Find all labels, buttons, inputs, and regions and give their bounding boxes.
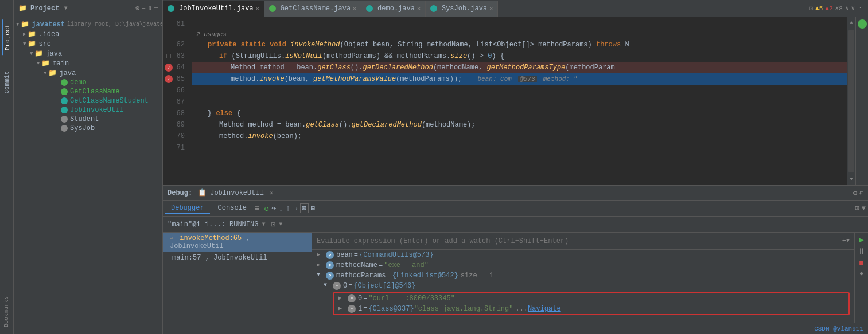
tree-item-student[interactable]: Student xyxy=(14,115,162,124)
tab-debugger[interactable]: Debugger xyxy=(165,203,210,214)
expand-icon[interactable]: ▼ xyxy=(324,282,330,288)
tree-item-java-sub[interactable]: ▼ 📁 java xyxy=(14,68,162,78)
tree-item-src[interactable]: ▼ 📁 src xyxy=(14,39,162,49)
filter-dropdown-icon[interactable]: ▼ xyxy=(279,221,282,227)
expand-icon[interactable]: ▼ xyxy=(317,272,324,278)
stop-icon[interactable]: ■ xyxy=(859,258,863,268)
tree-item-getclassnamestudent[interactable]: GetClassNameStudent xyxy=(14,96,162,105)
scroll-down[interactable]: ▼ xyxy=(847,174,855,185)
gutter-70 xyxy=(163,131,174,142)
left-panel-toggle[interactable] xyxy=(0,0,14,17)
var-methodname[interactable]: ▶ P methodName = "exe and" xyxy=(312,260,854,270)
navigate-link[interactable]: Navigate xyxy=(528,305,561,313)
var-arr0[interactable]: ▼ ≡ 0 = {Object[2]@546} xyxy=(312,281,854,291)
debug-settings-icon[interactable]: ⚙ xyxy=(853,188,858,198)
tree-item-getclassname[interactable]: GetClassName xyxy=(14,87,162,96)
root-sub: library root, D:\java\javatest xyxy=(67,21,162,27)
tab-sysjob[interactable]: SysJob.java ✕ xyxy=(426,1,498,17)
sidebar-tab-commit[interactable]: Commit xyxy=(2,66,11,99)
breakpoint-icon[interactable]: ✓ xyxy=(165,75,173,83)
java-file-icon xyxy=(61,79,68,86)
code-editor[interactable]: 2 usages private static void invokeMetho… xyxy=(192,17,847,185)
fold-icon[interactable] xyxy=(166,54,171,58)
settings-icon[interactable]: ≡ xyxy=(142,4,146,13)
tab-close-icon[interactable]: ✕ xyxy=(353,5,356,12)
tab-jobinvokeutil[interactable]: JobInvokeUtil.java ✕ xyxy=(163,1,264,17)
right-edge-toolbar xyxy=(855,17,868,185)
tree-item-jobinvokeutil[interactable]: JobInvokeUtil xyxy=(14,105,162,115)
folder-icon: 📁 xyxy=(21,20,29,29)
frame-item-1[interactable]: main:57 , JobInvokeUtil xyxy=(163,252,312,264)
minimize-icon[interactable]: — xyxy=(154,4,158,13)
eval-more-icon[interactable]: ▼ xyxy=(846,238,850,244)
thread-dropdown-icon[interactable]: ▼ xyxy=(262,221,265,227)
tab-demo[interactable]: demo.java ✕ xyxy=(361,1,426,17)
project-title: Project xyxy=(30,5,59,13)
tab-close-icon[interactable]: ✕ xyxy=(417,5,421,12)
scroll-up[interactable]: ▲ xyxy=(847,17,855,29)
tab-getclassname[interactable]: GetClassName.java ✕ xyxy=(264,1,361,17)
step-into-icon[interactable]: ↓ xyxy=(278,204,283,213)
pause-icon[interactable]: ⏸ xyxy=(858,247,866,256)
expand-icon[interactable]: ▶ xyxy=(317,261,324,268)
expand-icon[interactable]: ▶ xyxy=(317,251,324,258)
expand-icon[interactable]: ▶ xyxy=(338,305,345,312)
folder-icon: 📁 xyxy=(28,30,36,38)
var-bean[interactable]: ▶ P bean = {CommandUtils@573} xyxy=(312,250,854,260)
tree-item-sysjob[interactable]: SysJob xyxy=(14,124,162,133)
project-tree: ▼ 📁 javatest library root, D:\java\javat… xyxy=(14,17,162,334)
eval-input[interactable] xyxy=(317,237,840,245)
java-icon xyxy=(430,5,437,12)
tab-close-icon[interactable]: ✕ xyxy=(256,5,259,12)
gutter-69 xyxy=(163,119,174,131)
var-methodparams[interactable]: ▼ P methodParams = {LinkedList@542} size… xyxy=(312,270,854,281)
editor-scrollbar[interactable]: ▲ ▼ xyxy=(847,17,855,185)
tab-close-icon[interactable]: ✕ xyxy=(489,5,493,12)
debug-tab-file-icon: 📋 xyxy=(198,188,207,197)
tree-item-idea[interactable]: ▶ 📁 .idea xyxy=(14,29,162,39)
layout-icon[interactable]: ≡ xyxy=(255,204,259,213)
debug-more-icon[interactable]: ▼ xyxy=(862,205,866,213)
sidebar-tab-project[interactable]: Project xyxy=(2,19,12,55)
tab-label: demo.java xyxy=(377,5,415,13)
run-cursor-icon[interactable]: → xyxy=(293,204,297,213)
expand-icon[interactable]: ▶ xyxy=(338,294,345,301)
more-icon[interactable]: ⋮ xyxy=(857,5,863,12)
step-out-icon[interactable]: ↑ xyxy=(286,204,290,213)
sidebar-tab-bookmarks[interactable]: Bookmarks xyxy=(2,292,11,332)
gear-icon[interactable]: ⚙ xyxy=(135,4,139,13)
tree-item-java[interactable]: ▼ 📁 java xyxy=(14,49,162,58)
tree-item-main[interactable]: ▼ 📁 main xyxy=(14,58,162,68)
tree-root[interactable]: ▼ 📁 javatest library root, D:\java\javat… xyxy=(14,19,162,29)
bookmark-icon[interactable]: ⊡ xyxy=(809,5,813,12)
frames-icon[interactable]: ⊞ xyxy=(311,204,315,213)
scroll-thumb[interactable] xyxy=(848,30,854,172)
breakpoint-icon[interactable]: ✓ xyxy=(165,64,173,72)
debug-expand-icon[interactable]: ⇆ xyxy=(858,191,865,195)
tab-console[interactable]: Console xyxy=(212,203,252,214)
gutter-64[interactable]: ✓ xyxy=(163,62,174,73)
restart-icon[interactable]: ↺ xyxy=(264,203,268,213)
expand-debug-icon[interactable]: ⊡ xyxy=(855,204,859,213)
evaluate-icon[interactable]: ⊡ xyxy=(300,203,309,213)
var-type-icon: ≡ xyxy=(348,294,356,302)
resume-icon[interactable]: ▶ xyxy=(859,235,863,245)
filter-icon[interactable]: ⊡ xyxy=(271,220,275,229)
thread-selector[interactable]: "main"@1 i...: RUNNING xyxy=(168,221,258,229)
var-arr0-1[interactable]: ▶ ≡ 1 = {Class@337} "class java.lang.Str… xyxy=(334,304,848,314)
gutter-62 xyxy=(163,39,174,50)
add-watch-icon[interactable]: + xyxy=(842,237,846,245)
mute-icon[interactable]: ● xyxy=(859,270,863,278)
gutter-65[interactable]: ✓ xyxy=(163,73,174,85)
nav-down-icon[interactable]: ∨ xyxy=(851,5,855,12)
var-arr0-0[interactable]: ▶ ≡ 0 = "curl :8000/33345" xyxy=(334,293,848,304)
warnings-badge: ▲5 xyxy=(815,5,823,12)
debug-close-icon[interactable]: ✕ xyxy=(270,189,274,197)
nav-up-icon[interactable]: ∧ xyxy=(845,5,849,12)
frame-item-0[interactable]: ↩ invokeMethod:65 , JobInvokeUtil xyxy=(163,233,312,252)
tree-item-demo[interactable]: demo xyxy=(14,78,162,87)
split-icon[interactable]: ⇅ xyxy=(148,4,152,13)
variables-panel: + ▼ ▶ P bean = {CommandUtils@573} xyxy=(312,233,854,323)
step-over-icon[interactable]: ↷ xyxy=(271,203,276,213)
var-type-icon: P xyxy=(326,272,334,280)
